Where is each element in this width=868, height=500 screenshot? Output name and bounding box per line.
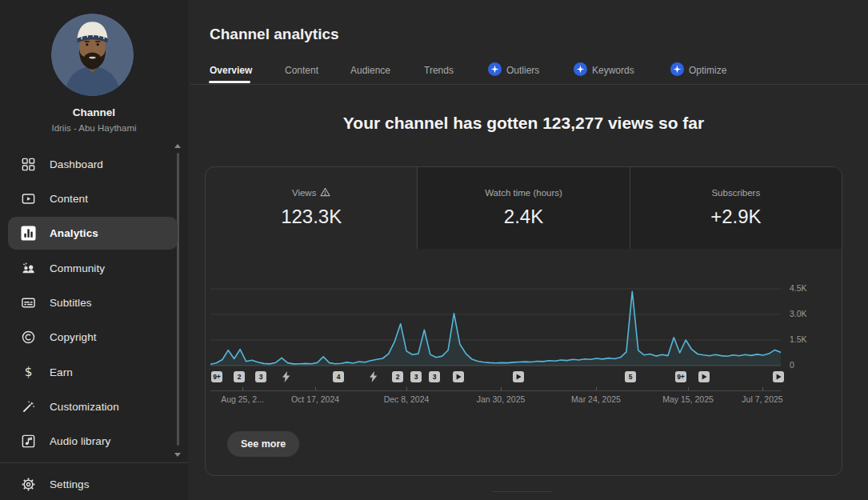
analytics-card: Views 123.3K Watch time (hours) 2.4K — [205, 166, 842, 476]
views-chart: 4.5K3.0K1.5K0 Aug 25, 2...Oct 17, 2024De… — [210, 277, 841, 422]
y-tick-label: 4.5K — [790, 283, 807, 293]
video-marker-count-icon[interactable]: 3 — [410, 371, 422, 382]
x-tick-label: Oct 17, 2024 — [291, 394, 339, 404]
video-marker-short-icon[interactable] — [368, 371, 379, 382]
sidebar-item-label: Community — [50, 262, 105, 274]
views-value: 123.3K — [206, 206, 417, 228]
metric-tab-views[interactable]: Views 123.3K — [206, 167, 417, 249]
page-title: Channel analytics — [210, 26, 339, 43]
sidebar-item-label: Subtitles — [50, 297, 92, 309]
x-tick-label: Jan 30, 2025 — [477, 394, 526, 404]
sidebar-item-label: Customization — [50, 401, 119, 413]
subscribers-value: +2.9K — [630, 206, 842, 228]
sidebar-item-label: Dashboard — [50, 158, 103, 170]
tabs-divider — [190, 84, 868, 85]
analytics-icon — [20, 226, 36, 242]
video-marker-count-icon[interactable]: 9+ — [675, 371, 686, 382]
y-tick-label: 3.0K — [790, 309, 807, 318]
next-card-edge — [492, 491, 553, 492]
tab-keywords[interactable]: Keywords — [574, 64, 634, 77]
sidebar-item-content[interactable]: Content — [0, 182, 188, 216]
metric-tabs: Views 123.3K Watch time (hours) 2.4K — [206, 167, 842, 249]
metric-tab-subscribers[interactable]: Subscribers +2.9K — [630, 167, 842, 249]
views-line-chart[interactable] — [210, 277, 781, 393]
sidebar-item-analytics[interactable]: Analytics — [0, 216, 188, 250]
content-icon — [20, 191, 36, 207]
views-headline: Your channel has gotten 123,277 views so… — [205, 114, 842, 133]
sidebar-divider — [0, 462, 188, 463]
sidebar-item-label: Settings — [50, 478, 90, 490]
watch-time-value: 2.4K — [418, 206, 629, 228]
video-marker-count-icon[interactable]: 3 — [255, 371, 266, 382]
x-tick-mark — [315, 387, 316, 390]
x-tick-mark — [596, 387, 597, 390]
channel-avatar[interactable] — [51, 14, 134, 96]
keywords-badge-icon — [574, 62, 587, 78]
sidebar-item-settings[interactable]: Settings — [0, 467, 188, 500]
x-tick-label: Dec 8, 2024 — [384, 394, 430, 404]
x-tick-mark — [406, 387, 407, 390]
y-tick-label: 1.5K — [790, 334, 807, 344]
warning-icon — [320, 187, 330, 198]
tab-content[interactable]: Content — [285, 64, 318, 77]
x-tick-label: Mar 24, 2025 — [571, 394, 621, 404]
sidebar-item-earn[interactable]: $ Earn — [0, 355, 188, 390]
tab-trends[interactable]: Trends — [424, 64, 454, 77]
sidebar-item-subtitles[interactable]: Subtitles — [0, 286, 188, 320]
tab-outliers[interactable]: Outliers — [488, 64, 539, 77]
svg-text:$: $ — [24, 365, 32, 379]
video-marker-play-icon[interactable] — [453, 371, 464, 382]
video-marker-count-icon[interactable]: 3 — [429, 371, 440, 382]
customization-icon — [20, 399, 36, 415]
sidebar-item-label: Analytics — [50, 227, 98, 239]
community-icon — [20, 261, 36, 277]
tab-audience[interactable]: Audience — [350, 64, 390, 77]
see-more-button[interactable]: See more — [227, 431, 299, 457]
x-tick-label: Aug 25, 2... — [221, 394, 264, 404]
sidebar-item-copyright[interactable]: Copyright — [0, 320, 188, 354]
tab-overview[interactable]: Overview — [210, 64, 252, 77]
sidebar-item-label: Audio library — [50, 435, 110, 447]
video-marker-count-icon[interactable]: 9+ — [211, 371, 222, 382]
video-marker-play-icon[interactable] — [773, 371, 784, 382]
dashboard-icon — [20, 157, 36, 173]
x-tick-mark — [688, 387, 689, 390]
video-marker-play-icon[interactable] — [698, 371, 710, 382]
audio-library-icon — [20, 434, 36, 450]
youtube-studio-app: Channel Idriis - Abu Haythami Dashboard … — [0, 0, 868, 500]
gear-icon — [20, 477, 36, 493]
video-marker-count-icon[interactable]: 2 — [234, 371, 245, 382]
sidebar-item-label: Earn — [50, 366, 73, 378]
sidebar-item-label: Copyright — [50, 331, 97, 343]
earn-icon: $ — [20, 365, 36, 381]
sidebar-item-customization[interactable]: Customization — [0, 390, 188, 424]
video-marker-play-icon[interactable] — [513, 371, 524, 382]
x-axis-line — [210, 390, 781, 391]
tab-optimize[interactable]: Optimize — [670, 64, 726, 77]
active-tab-underline — [209, 81, 250, 83]
x-tick-mark — [242, 387, 243, 390]
channel-owner: Idriis - Abu Haythami — [0, 123, 188, 133]
video-marker-count-icon[interactable]: 5 — [625, 371, 636, 382]
sidebar-item-dashboard[interactable]: Dashboard — [0, 147, 188, 182]
sidebar-item-audio-library[interactable]: Audio library — [0, 424, 188, 458]
x-tick-label: Jul 7, 2025 — [742, 394, 782, 404]
video-marker-short-icon[interactable] — [281, 371, 292, 382]
sidebar: Channel Idriis - Abu Haythami Dashboard … — [0, 0, 188, 500]
video-marker-count-icon[interactable]: 2 — [392, 371, 403, 382]
channel-name: Channel — [0, 106, 188, 118]
y-tick-label: 0 — [790, 360, 794, 370]
optimize-badge-icon — [670, 62, 684, 78]
metric-tab-watch-time[interactable]: Watch time (hours) 2.4K — [417, 167, 629, 249]
sidebar-item-community[interactable]: Community — [0, 251, 188, 286]
avatar-photo — [51, 14, 134, 96]
x-tick-mark — [501, 387, 502, 390]
outliers-badge-icon — [488, 62, 502, 78]
video-marker-count-icon[interactable]: 4 — [333, 371, 344, 382]
sidebar-item-label: Content — [50, 193, 88, 205]
x-tick-mark — [762, 387, 763, 390]
x-tick-label: May 15, 2025 — [662, 394, 714, 404]
subtitles-icon — [20, 295, 36, 311]
copyright-icon — [20, 330, 36, 346]
